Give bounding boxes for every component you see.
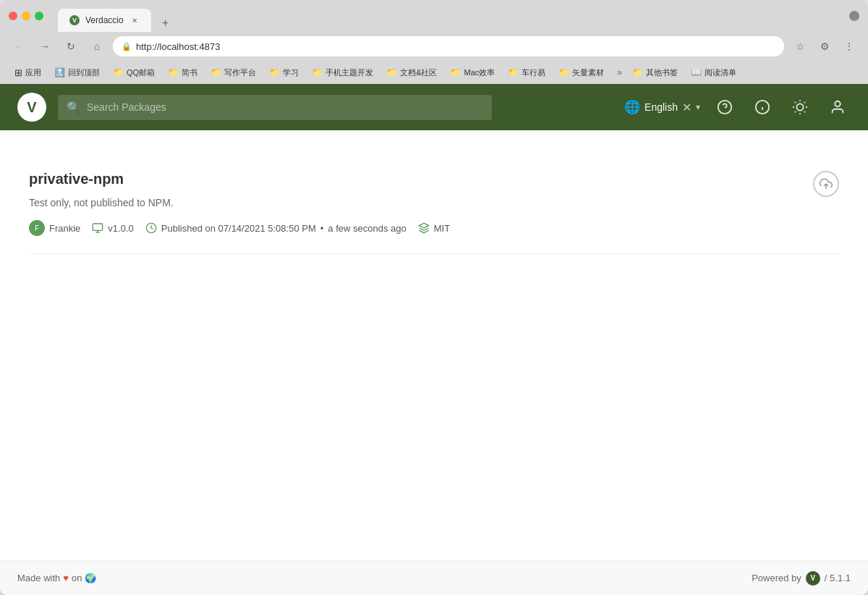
bookmark-vector-label: 矢量素材 — [572, 67, 604, 78]
theme-toggle-button[interactable] — [787, 94, 813, 120]
url-bar[interactable]: 🔒 http://localhost:4873 — [113, 36, 784, 56]
back-button[interactable]: ← — [9, 36, 29, 56]
verdaccio-logo[interactable]: V — [17, 93, 46, 122]
bookmark-others[interactable]: 📁 其他书签 — [626, 64, 684, 81]
bookmark-top-label: 回到顶部 — [68, 67, 100, 78]
verdaccio-footer-logo: V — [806, 571, 820, 586]
traffic-lights — [9, 12, 43, 20]
svg-line-13 — [804, 102, 805, 103]
bookmark-star-icon[interactable]: ☆ — [790, 36, 810, 56]
author-avatar: F — [29, 220, 45, 236]
bookmark-writing-label: 写作平台 — [224, 67, 256, 78]
author-meta: F Frankie — [29, 220, 80, 236]
published-separator: • — [320, 223, 324, 234]
svg-point-5 — [796, 104, 803, 110]
verdaccio-header: V 🔍 🌐 English ✕ ▾ — [0, 84, 868, 130]
browser-tab[interactable]: V Verdaccio ✕ — [58, 9, 151, 32]
version-icon — [92, 222, 103, 234]
svg-point-14 — [835, 101, 840, 106]
package-description: Test only, not published to NPM. — [29, 197, 839, 208]
globe-footer-icon: 🌍 — [85, 573, 96, 583]
clock-icon — [145, 222, 157, 234]
footer: Made with ♥ on 🌍 Powered by V / 5.1.1 — [0, 560, 868, 595]
bookmark-apps-label: 应用 — [25, 67, 41, 78]
bookmark-mobile[interactable]: 📁 手机主题开发 — [306, 64, 379, 81]
security-lock-icon: 🔒 — [122, 42, 132, 51]
tab-close-button[interactable]: ✕ — [129, 15, 140, 25]
footer-left: Made with ♥ on 🌍 — [17, 573, 96, 583]
main-content: privative-npm Test only, not published t… — [0, 130, 868, 560]
svg-line-9 — [804, 111, 805, 112]
bookmark-mobile-label: 手机主题开发 — [326, 67, 373, 78]
url-text: http://localhost:4873 — [136, 41, 220, 52]
bookmark-study[interactable]: 📁 学习 — [263, 64, 305, 81]
window-fullscreen-button[interactable] — [849, 11, 859, 21]
address-bar: ← → ↻ ⌂ 🔒 http://localhost:4873 ☆ ⚙ ⋮ — [0, 32, 868, 61]
language-selector[interactable]: 🌐 English ✕ ▾ — [624, 99, 700, 115]
footer-right: Powered by V / 5.1.1 — [752, 571, 851, 586]
time-ago: a few seconds ago — [328, 223, 406, 234]
search-area: 🔍 — [58, 95, 492, 120]
reload-button[interactable]: ↻ — [61, 36, 81, 56]
bookmark-study-label: 学习 — [283, 67, 299, 78]
globe-icon: 🌐 — [624, 99, 640, 115]
header-right: 🌐 English ✕ ▾ — [624, 94, 851, 120]
app-area: V 🔍 🌐 English ✕ ▾ — [0, 84, 868, 595]
license-text: MIT — [434, 223, 450, 234]
bookmark-mac-label: Mac效率 — [464, 67, 495, 78]
maximize-window-button[interactable] — [35, 12, 43, 20]
extensions-icon[interactable]: ⚙ — [814, 36, 835, 56]
made-with-text: Made with — [17, 573, 60, 583]
package-name[interactable]: privative-npm — [29, 171, 124, 187]
bookmarks-bar: ⊞ 应用 🔝 回到顶部 📁 QQ邮箱 📁 简书 📁 写作平台 📁 学习 📁 手机… — [0, 61, 868, 84]
bookmark-docs[interactable]: 📁 文档&社区 — [380, 64, 443, 81]
bookmark-top[interactable]: 🔝 回到顶部 — [48, 64, 106, 81]
version-meta: v1.0.0 — [92, 222, 133, 234]
bookmark-qq[interactable]: 📁 QQ邮箱 — [107, 64, 161, 81]
author-name: Frankie — [49, 223, 80, 234]
bookmark-docs-label: 文档&社区 — [400, 67, 437, 78]
user-account-button[interactable] — [825, 94, 851, 120]
bookmark-mac[interactable]: 📁 Mac效率 — [444, 64, 501, 81]
tabs-area: V Verdaccio ✕ + — [58, 0, 174, 32]
package-version: v1.0.0 — [108, 223, 133, 234]
close-window-button[interactable] — [9, 12, 17, 20]
more-bookmarks-button[interactable]: » — [614, 64, 625, 80]
address-bar-right: ☆ ⚙ ⋮ — [790, 36, 859, 56]
package-card: privative-npm Test only, not published t… — [29, 153, 839, 254]
tab-favicon: V — [69, 15, 80, 25]
bookmark-apps[interactable]: ⊞ 应用 — [9, 64, 47, 81]
bookmark-jianshu[interactable]: 📁 简书 — [162, 64, 203, 81]
powered-by-text: Powered by — [752, 573, 801, 583]
bookmark-car[interactable]: 📁 车行易 — [502, 64, 551, 81]
bookmark-vector[interactable]: 📁 矢量素材 — [553, 64, 610, 81]
bookmark-car-label: 车行易 — [522, 67, 545, 78]
search-input[interactable] — [87, 101, 483, 113]
language-label: English — [644, 101, 678, 113]
forward-button[interactable]: → — [35, 36, 55, 56]
info-button[interactable] — [749, 94, 775, 120]
version-text: / 5.1.1 — [825, 573, 851, 583]
published-date: Published on 07/14/2021 5:08:50 PM — [161, 223, 316, 234]
on-text: on — [72, 573, 82, 583]
license-meta: MIT — [418, 222, 450, 234]
bookmark-jianshu-label: 简书 — [182, 67, 197, 78]
bookmark-qq-label: QQ邮箱 — [127, 67, 155, 78]
home-button[interactable]: ⌂ — [87, 36, 107, 56]
minimize-window-button[interactable] — [22, 12, 30, 20]
bookmark-writing[interactable]: 📁 写作平台 — [205, 64, 262, 81]
new-tab-button[interactable]: + — [157, 14, 174, 32]
title-bar: V Verdaccio ✕ + — [0, 0, 868, 32]
help-button[interactable] — [712, 94, 738, 120]
cloud-upload-button[interactable] — [813, 171, 839, 197]
heart-icon: ♥ — [63, 573, 69, 583]
browser-window: V Verdaccio ✕ + ← → ↻ ⌂ 🔒 http://localho… — [0, 0, 868, 595]
language-clear-icon[interactable]: ✕ — [682, 101, 692, 114]
bookmark-reading-list[interactable]: 📖 阅读清单 — [685, 64, 742, 81]
svg-line-12 — [795, 111, 796, 112]
more-options-icon[interactable]: ⋮ — [839, 36, 859, 56]
package-meta: F Frankie v1.0.0 — [29, 220, 839, 236]
bookmark-others-label: 其他书签 — [646, 67, 678, 78]
author-initials: F — [35, 224, 39, 232]
chevron-down-icon[interactable]: ▾ — [696, 102, 700, 112]
